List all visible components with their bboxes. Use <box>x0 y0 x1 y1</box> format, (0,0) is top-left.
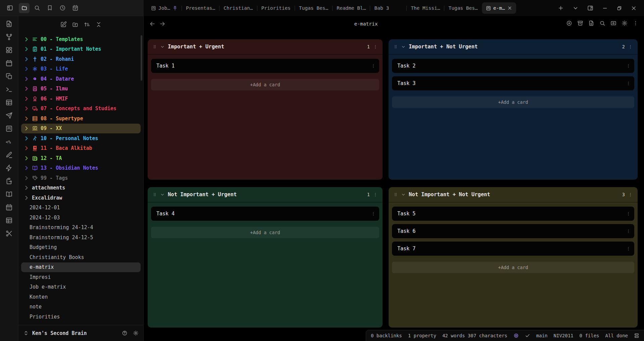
archive-button[interactable] <box>577 20 583 28</box>
card-menu-button[interactable] <box>371 63 376 69</box>
status-item[interactable]: 1 property <box>408 333 436 338</box>
sidebar-tab-search[interactable] <box>32 3 42 13</box>
ribbon-zap-button[interactable] <box>5 164 13 172</box>
workspace-tab[interactable]: e-m… <box>482 2 516 14</box>
kanban-card[interactable]: Task 3 <box>392 76 634 90</box>
card-menu-button[interactable] <box>626 63 631 69</box>
forward-button[interactable] <box>159 20 166 27</box>
collapse-lane-icon[interactable] <box>160 44 165 49</box>
lane-menu-button[interactable] <box>373 192 378 197</box>
new-folder-button[interactable] <box>72 21 79 28</box>
lane-title[interactable]: Important + Urgent <box>168 44 224 50</box>
window-restore-button[interactable] <box>616 5 622 11</box>
lane-menu-button[interactable] <box>628 192 633 197</box>
tree-folder-row[interactable]: 11 - Baca Alkitab <box>21 143 141 154</box>
tree-folder-row[interactable]: 12 - TA <box>21 153 141 163</box>
sidebar-tab-folder[interactable] <box>19 3 30 13</box>
file-row[interactable]: Konten <box>21 292 141 302</box>
collapse-lane-icon[interactable] <box>401 192 406 197</box>
workspace-tab[interactable]: Presentas… <box>182 2 219 14</box>
tree-folder-row[interactable]: Excalidraw <box>21 193 141 203</box>
board-search-button[interactable] <box>599 20 605 28</box>
tree-folder-row[interactable]: 99 - Tags <box>21 173 141 183</box>
tasks-check-icon[interactable] <box>525 333 530 338</box>
tree-folder-row[interactable]: 10 - Personal Notes <box>21 133 141 143</box>
vault-name[interactable]: Ken's Second Brain <box>32 330 87 336</box>
status-item[interactable]: All done <box>605 333 628 338</box>
ribbon-templater-button[interactable]: <% <box>5 138 13 145</box>
file-row[interactable]: 2024-12-01 <box>21 203 141 213</box>
kanban-card[interactable]: Task 2 <box>392 59 634 73</box>
card-menu-button[interactable] <box>626 211 631 216</box>
lane-menu-button[interactable] <box>628 44 633 49</box>
card-menu-button[interactable] <box>626 229 631 234</box>
collapse-lane-icon[interactable] <box>401 44 406 49</box>
kanban-card[interactable]: Task 6 <box>392 224 634 238</box>
window-close-button[interactable] <box>631 5 637 11</box>
chevron-right-icon[interactable] <box>23 86 30 91</box>
add-card-button[interactable]: +Add a card <box>392 96 634 108</box>
workspace-tab[interactable]: Christian… <box>219 2 257 14</box>
add-card-button[interactable]: +Add a card <box>392 262 634 273</box>
sync-server-icon[interactable] <box>634 333 639 338</box>
tree-folder-row[interactable]: 07 - Concepts and Studies <box>21 104 141 114</box>
lane-menu-button[interactable] <box>373 44 378 49</box>
tree-folder-row[interactable]: 06 - HMIF <box>21 94 141 104</box>
ribbon-copy-button[interactable] <box>5 73 13 80</box>
tree-folder-row[interactable]: 08 - Supertype <box>21 114 141 124</box>
kanban-card[interactable]: Task 1 <box>151 59 379 73</box>
ribbon-clipboard-arrow-button[interactable] <box>5 177 13 185</box>
settings-gear-icon[interactable] <box>133 330 139 336</box>
ribbon-pen-line-button[interactable] <box>5 151 13 159</box>
file-row[interactable]: Job e-matrix <box>21 282 141 292</box>
board-settings-button[interactable] <box>622 20 628 28</box>
card-menu-button[interactable] <box>626 81 631 86</box>
file-row[interactable]: Brainstorming 24-12-4 <box>21 223 141 233</box>
add-card-button[interactable]: +Add a card <box>151 79 379 90</box>
status-item[interactable]: NIV2011 <box>554 333 574 338</box>
lane-title[interactable]: Not Important + Not Urgent <box>409 191 490 198</box>
file-row[interactable]: e-matrix <box>21 262 141 272</box>
workspace-tab[interactable]: Tugas Bes… <box>295 2 332 14</box>
more-options-button[interactable] <box>633 20 639 28</box>
workspace-tab[interactable]: Bab 3 <box>370 2 393 14</box>
lane-title[interactable]: Not Important + Urgent <box>168 191 237 198</box>
tree-folder-row[interactable]: 05 - Ilmu <box>21 84 141 94</box>
drag-handle-icon[interactable] <box>152 44 157 49</box>
file-row[interactable]: Christianity Books <box>21 252 141 262</box>
add-card-button[interactable] <box>566 20 572 28</box>
file-row[interactable]: Priorities <box>21 312 141 322</box>
lane-title[interactable]: Important + Not Urgent <box>409 44 478 50</box>
ribbon-layout-dashboard-button[interactable] <box>5 46 13 54</box>
ribbon-kanban-button[interactable] <box>5 125 13 132</box>
ribbon-sheet-button[interactable] <box>5 217 13 224</box>
tree-folder-row[interactable]: 13 - Obsidian Notes <box>21 163 141 173</box>
chevron-right-icon[interactable] <box>23 185 30 190</box>
ribbon-scissors-button[interactable] <box>5 230 13 237</box>
chevron-right-icon[interactable] <box>23 126 30 131</box>
chevron-right-icon[interactable] <box>23 146 30 151</box>
tab-list-dropdown-button[interactable] <box>573 5 579 11</box>
status-item[interactable]: 0 files <box>580 333 599 338</box>
chevron-right-icon[interactable] <box>23 166 30 170</box>
workspace-tab[interactable]: The Missi… <box>407 2 444 14</box>
chevron-right-icon[interactable] <box>23 37 30 42</box>
ribbon-terminal-button[interactable] <box>5 86 13 93</box>
file-row[interactable]: Impresi <box>21 272 141 282</box>
chevron-right-icon[interactable] <box>23 77 30 81</box>
focus-target-icon[interactable] <box>513 333 519 338</box>
card-menu-button[interactable] <box>626 246 631 251</box>
workspace-tab[interactable]: Job… <box>147 2 182 14</box>
tree-folder-row[interactable]: attachments <box>21 183 141 193</box>
back-button[interactable] <box>149 20 156 27</box>
chevron-right-icon[interactable] <box>23 136 30 141</box>
kanban-card[interactable]: Task 4 <box>151 207 379 221</box>
card-menu-button[interactable] <box>371 211 376 216</box>
sort-order-button[interactable] <box>84 21 90 28</box>
kanban-card[interactable]: Task 7 <box>392 242 634 256</box>
status-item[interactable]: 0 backlinks <box>371 333 402 338</box>
ribbon-calendar-days-button[interactable] <box>5 204 13 211</box>
tree-folder-row[interactable]: 09 - XX <box>21 124 141 134</box>
window-minimize-button[interactable] <box>602 5 608 11</box>
chevron-right-icon[interactable] <box>23 96 30 101</box>
